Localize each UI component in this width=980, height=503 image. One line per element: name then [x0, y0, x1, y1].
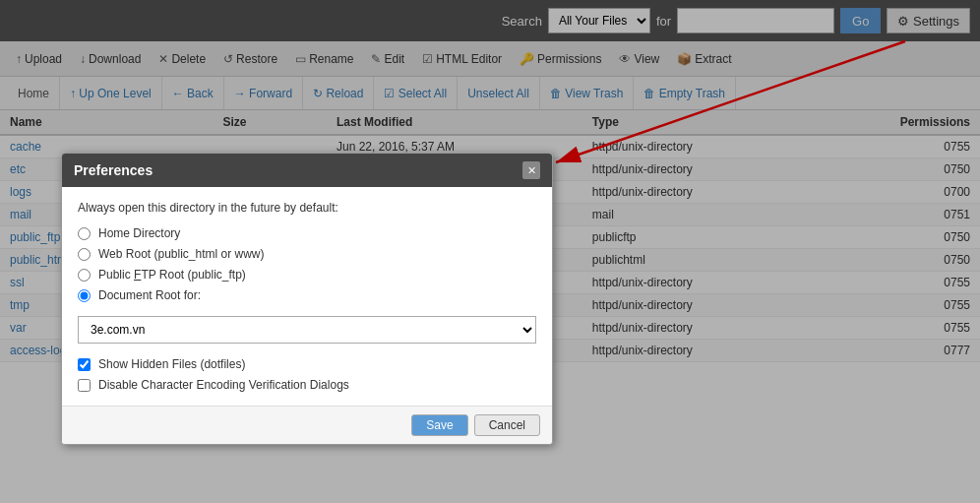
- modal-description: Always open this directory in the future…: [78, 201, 536, 215]
- radio-docroot[interactable]: Document Root for:: [78, 288, 536, 302]
- radio-webroot[interactable]: Web Root (public_html or www): [78, 247, 536, 261]
- modal-overlay: Preferences ✕ Always open this directory…: [0, 0, 980, 503]
- checkbox-group: Show Hidden Files (dotfiles) Disable Cha…: [78, 357, 536, 392]
- radio-home-input[interactable]: [78, 227, 91, 240]
- radio-webroot-label: Web Root (public_html or www): [98, 247, 265, 261]
- radio-home[interactable]: Home Directory: [78, 226, 536, 240]
- checkbox-encoding-input[interactable]: [78, 379, 91, 392]
- radio-home-label: Home Directory: [98, 226, 180, 240]
- save-button[interactable]: Save: [411, 414, 467, 436]
- modal-header: Preferences ✕: [62, 154, 552, 187]
- checkbox-encoding-label: Disable Character Encoding Verification …: [98, 378, 349, 392]
- radio-webroot-input[interactable]: [78, 248, 91, 261]
- radio-ftproot-input[interactable]: [78, 269, 91, 282]
- checkbox-hidden-files-input[interactable]: [78, 358, 91, 371]
- modal-footer: Save Cancel: [62, 406, 552, 444]
- doc-root-select[interactable]: 3e.com.vn: [78, 316, 536, 344]
- modal-title: Preferences: [74, 162, 153, 178]
- modal-close-button[interactable]: ✕: [522, 161, 540, 179]
- radio-docroot-label: Document Root for:: [98, 288, 201, 302]
- cancel-button[interactable]: Cancel: [474, 414, 540, 436]
- checkbox-hidden-files[interactable]: Show Hidden Files (dotfiles): [78, 357, 536, 371]
- radio-group: Home Directory Web Root (public_html or …: [78, 226, 536, 302]
- radio-docroot-input[interactable]: [78, 289, 91, 302]
- radio-ftproot-label: Public FTP Root (public_ftp): [98, 268, 246, 282]
- checkbox-hidden-files-label: Show Hidden Files (dotfiles): [98, 357, 245, 371]
- checkbox-encoding[interactable]: Disable Character Encoding Verification …: [78, 378, 536, 392]
- modal-body: Always open this directory in the future…: [62, 187, 552, 406]
- radio-ftproot[interactable]: Public FTP Root (public_ftp): [78, 268, 536, 282]
- preferences-modal: Preferences ✕ Always open this directory…: [61, 153, 553, 445]
